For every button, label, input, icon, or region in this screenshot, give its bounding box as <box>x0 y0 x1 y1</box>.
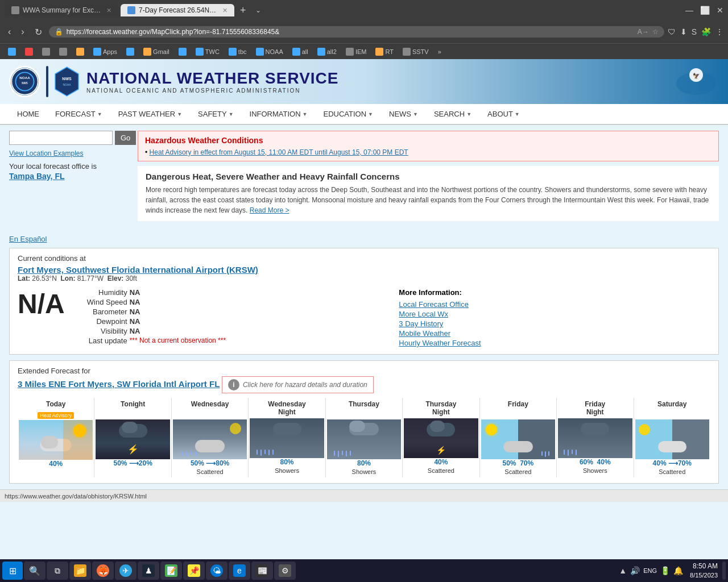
mobile-weather-link[interactable]: Mobile Weather <box>399 329 710 338</box>
bookmark-3[interactable] <box>39 47 53 57</box>
nav-about[interactable]: ABOUT ▼ <box>479 104 528 124</box>
bookmark-all2[interactable]: all2 <box>314 47 340 57</box>
browser-tab-active[interactable]: 7-Day Forecast 26.54N 81.71W ✕ <box>121 4 234 16</box>
read-more-link[interactable]: Read More > <box>250 206 289 214</box>
back-button[interactable]: ‹ <box>5 26 14 38</box>
more-info-title: More Information: <box>399 288 710 297</box>
new-tab-button[interactable]: + <box>237 5 250 16</box>
sticky-notes-button[interactable]: 📌 <box>183 562 205 580</box>
settings-button[interactable]: ⚙ <box>274 562 296 580</box>
bookmark-nws-logo[interactable] <box>5 47 19 57</box>
hazard-item-1: • Heat Advisory in effect from August 15… <box>145 148 712 156</box>
firefox-button[interactable]: 🦊 <box>92 562 114 580</box>
nav-past-weather[interactable]: PAST WEATHER ▼ <box>110 104 190 124</box>
forecast-wednesday: Wednesday 50% ⟶80% <box>172 398 249 477</box>
forecast-title: Extended Forecast for <box>18 367 710 375</box>
note-button[interactable]: 📝 <box>160 562 182 580</box>
bookmark-5[interactable] <box>73 47 88 57</box>
tab-label-2: 7-Day Forecast 26.54N 81.71W <box>139 6 217 14</box>
start-button[interactable]: ⊞ <box>2 562 23 580</box>
forecast-location-link[interactable]: 3 Miles ENE Fort Myers, SW Florida Intl … <box>18 379 220 389</box>
bookmark-tbc[interactable]: tbc <box>225 47 250 57</box>
friday-night-desc: Showers <box>558 467 632 474</box>
hazard-notice-banner[interactable]: i Click here for hazard details and dura… <box>222 376 374 393</box>
bookmark-m[interactable] <box>175 47 190 57</box>
task-view-button[interactable]: ⧉ <box>47 562 68 580</box>
bookmark-youtube[interactable] <box>22 47 36 57</box>
visibility-value: NA <box>130 327 140 335</box>
steam-button[interactable]: ♟ <box>138 562 159 580</box>
bookmark-globe[interactable] <box>123 47 138 57</box>
download-icon[interactable]: ⬇ <box>680 27 687 36</box>
nav-information[interactable]: INFORMATION ▼ <box>242 104 316 124</box>
friday-night-label: FridayNight <box>558 400 632 416</box>
shield-icon[interactable]: 🛡 <box>668 27 676 36</box>
window-close[interactable]: ✕ <box>717 6 723 15</box>
view-examples-link[interactable]: View Location Examples <box>9 149 129 157</box>
bookmark-sstv[interactable]: SSTV <box>399 47 432 57</box>
weather-icon: 🌤 <box>210 564 223 577</box>
news-button[interactable]: 📰 <box>251 562 273 580</box>
reload-button[interactable]: ↻ <box>31 26 46 39</box>
conditions-station-link[interactable]: Fort Myers, Southwest Florida Internatio… <box>18 265 258 275</box>
weather-button[interactable]: 🌤 <box>206 562 228 580</box>
tray-lang[interactable]: ENG <box>643 567 657 574</box>
hourly-forecast-link[interactable]: Hourly Weather Forecast <box>399 339 710 347</box>
tray-speaker-icon[interactable]: 🔊 <box>630 566 640 575</box>
nav-search[interactable]: SEARCH ▼ <box>426 104 479 124</box>
bookmark-4[interactable] <box>56 47 71 57</box>
nav-safety[interactable]: SAFETY ▼ <box>190 104 242 124</box>
translate-icon[interactable]: A→ <box>638 28 649 36</box>
search-taskbar-button[interactable]: 🔍 <box>24 562 46 580</box>
extension-icon[interactable]: 🧩 <box>701 27 711 36</box>
3day-history-link[interactable]: 3 Day History <box>399 319 710 328</box>
bookmark-rt[interactable]: RT <box>372 47 396 57</box>
bookmark-all[interactable]: all <box>289 47 312 57</box>
svg-marker-4 <box>55 67 78 96</box>
hazard-link-1[interactable]: Heat Advisory in effect from August 15, … <box>150 148 408 156</box>
more-tabs-button[interactable]: ⌄ <box>252 6 264 14</box>
forward-button[interactable]: › <box>18 26 27 38</box>
bookmark-twc[interactable]: TWC <box>192 47 223 57</box>
clock-date: 8/15/2023 <box>690 571 718 580</box>
window-minimize[interactable]: — <box>685 6 693 15</box>
tray-battery-icon[interactable]: 🔋 <box>660 566 670 575</box>
window-maximize[interactable]: ⬜ <box>700 6 710 15</box>
more-local-wx-link[interactable]: More Local Wx <box>399 310 710 318</box>
location-input[interactable] <box>9 131 113 145</box>
bookmark-more[interactable]: » <box>435 47 445 56</box>
telegram-button[interactable]: ✈ <box>115 562 136 580</box>
alert-headline: Dangerous Heat, Severe Weather and Heavy… <box>146 172 711 181</box>
go-button[interactable]: Go <box>115 131 136 145</box>
nav-forecast[interactable]: FORECAST ▼ <box>47 104 110 124</box>
nav-home[interactable]: HOME <box>9 104 47 124</box>
bookmark-iem[interactable]: IEM <box>342 47 370 57</box>
star-icon[interactable]: ☆ <box>652 28 659 36</box>
browser-tab-inactive[interactable]: WWA Summary for Excessive H... ✕ <box>5 4 118 16</box>
show-desktop-button[interactable] <box>722 562 726 580</box>
bookmark-noaa[interactable]: NOAA <box>253 47 287 57</box>
local-office-link[interactable]: Tampa Bay, FL <box>9 172 65 181</box>
nws-title-area: NATIONAL WEATHER SERVICE NATIONAL OCEANI… <box>86 69 339 94</box>
tray-notify-icon[interactable]: 🔔 <box>673 566 683 575</box>
nav-education[interactable]: EDUCATION ▼ <box>316 104 382 124</box>
tab-close-1[interactable]: ✕ <box>106 7 111 14</box>
bookmark-gmail[interactable]: Gmail <box>140 47 173 57</box>
bookmark-apps[interactable]: Apps <box>90 47 121 57</box>
wednesday-precip: 50% ⟶80% <box>173 459 247 467</box>
tab-close-2[interactable]: ✕ <box>222 7 228 14</box>
nav-news[interactable]: NEWS ▼ <box>381 104 426 124</box>
menu-icon[interactable]: ⋮ <box>715 27 723 36</box>
profile-icon[interactable]: S <box>692 27 697 36</box>
address-input[interactable] <box>67 28 634 36</box>
taskbar-clock[interactable]: 8:50 AM 8/15/2023 <box>686 562 721 580</box>
firefox-icon: 🦊 <box>97 564 109 577</box>
en-espanol-link[interactable]: En Español <box>9 235 719 243</box>
edge-button[interactable]: e <box>229 562 250 580</box>
tray-network-icon[interactable]: ▲ <box>619 566 627 575</box>
local-forecast-office-link[interactable]: Local Forecast Office <box>399 300 710 309</box>
file-explorer-button[interactable]: 📁 <box>69 562 91 580</box>
forecast-friday-night: FridayNight 60% 40% Showers <box>557 398 634 477</box>
thursday-label: Thursday <box>327 400 401 408</box>
nws-logo-area: NOAA NWS NWS NOAA <box>9 66 80 97</box>
